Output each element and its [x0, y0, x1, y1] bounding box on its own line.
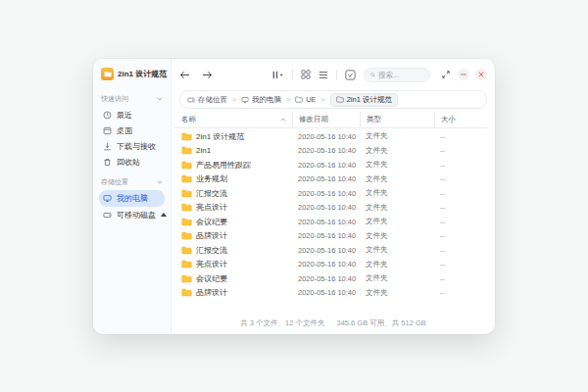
breadcrumb-label: 我的电脑 [252, 95, 281, 105]
table-row[interactable]: 会议纪要 2020-05-16 10:40 文件夹 -- [181, 215, 487, 229]
folder-icon [336, 96, 344, 103]
file-date: 2020-05-16 10:40 [292, 132, 360, 141]
sidebar: 2in1 设计规范 快速访问 最近 桌面 下载与接收 回收站 存储位置 [93, 59, 172, 334]
header-type[interactable]: 类型 [360, 112, 434, 127]
main-panel: 存储位置 > 我的电脑 > UE > 2in1 设计规范 名称 修改 [172, 59, 495, 334]
file-date: 2020-05-16 10:40 [292, 246, 360, 255]
folder-icon [181, 132, 192, 141]
file-name: 产品易用性跟踪 [196, 160, 251, 171]
header-name[interactable]: 名称 [181, 112, 292, 127]
file-size: -- [434, 274, 487, 283]
sort-order-button[interactable] [271, 71, 284, 79]
file-date: 2020-05-16 10:40 [292, 274, 360, 283]
breadcrumb-separator: > [232, 96, 236, 103]
table-row[interactable]: 2in1 设计规范 2020-05-16 10:40 文件夹 -- [181, 129, 487, 144]
forward-button[interactable] [202, 71, 213, 79]
breadcrumb-item-ue[interactable]: UE [295, 95, 316, 104]
file-size: -- [434, 246, 487, 255]
folder-icon [181, 218, 192, 226]
sidebar-item-trash[interactable]: 回收站 [99, 154, 165, 170]
breadcrumb-label: UE [306, 95, 316, 104]
disk-icon [103, 211, 112, 220]
sidebar-section-storage[interactable]: 存储位置 [101, 177, 163, 187]
back-button[interactable] [179, 71, 190, 79]
file-date: 2020-05-16 10:40 [292, 231, 360, 240]
file-name: 2in1 设计规范 [196, 131, 244, 142]
folder-icon [181, 231, 192, 240]
breadcrumb-item-my-computer[interactable]: 我的电脑 [241, 95, 281, 105]
table-row[interactable]: 品牌设计 2020-05-16 10:40 文件夹 -- [181, 229, 487, 244]
expand-button[interactable] [440, 69, 452, 80]
table-row[interactable]: 2in1 2020-05-16 10:40 文件夹 -- [181, 144, 487, 159]
grid-view-icon [301, 70, 311, 79]
list-view-button[interactable] [318, 71, 328, 79]
file-type: 文件夹 [360, 260, 434, 270]
nav-buttons [179, 71, 213, 79]
folder-icon [181, 246, 192, 255]
close-button[interactable] [475, 69, 487, 80]
sidebar-item-label: 最近 [117, 110, 132, 121]
file-type: 文件夹 [360, 160, 434, 170]
header-label: 类型 [367, 115, 381, 124]
folder-icon [181, 161, 192, 170]
header-date[interactable]: 修改日期 [292, 112, 360, 127]
table-row[interactable]: 业务规划 2020-05-16 10:40 文件夹 -- [181, 172, 487, 187]
search-box[interactable] [364, 68, 430, 82]
header-size[interactable]: 大小 [434, 112, 487, 127]
checkbox-icon [345, 70, 356, 80]
select-mode-button[interactable] [345, 70, 356, 80]
breadcrumb-item-current[interactable]: 2in1 设计规范 [330, 93, 398, 107]
eject-icon[interactable] [161, 213, 167, 217]
minimize-button[interactable] [458, 69, 469, 80]
sidebar-item-recent[interactable]: 最近 [99, 107, 165, 122]
sidebar-item-downloads[interactable]: 下载与接收 [99, 138, 165, 154]
folder-icon [181, 146, 192, 155]
desktop-icon [103, 126, 112, 135]
file-name: 汇报交流 [196, 245, 227, 256]
breadcrumb-separator: > [286, 96, 290, 103]
file-date: 2020-05-16 10:40 [292, 260, 360, 269]
sidebar-item-label: 下载与接收 [117, 141, 156, 152]
table-row[interactable]: 亮点设计 2020-05-16 10:40 文件夹 -- [181, 201, 487, 216]
file-name-cell: 业务规划 [181, 173, 292, 184]
sidebar-item-label: 我的电脑 [117, 193, 148, 204]
file-name-cell: 2in1 [181, 146, 292, 155]
file-date: 2020-05-16 10:40 [292, 218, 360, 226]
header-label: 大小 [441, 115, 456, 124]
file-name-cell: 2in1 设计规范 [181, 131, 292, 142]
file-type: 文件夹 [360, 217, 434, 226]
divider [292, 70, 293, 79]
status-items-count: 共 3 个文件、12 个文件夹 [240, 318, 324, 328]
breadcrumb-label: 2in1 设计规范 [347, 95, 392, 105]
status-capacity: 345.6 GB 可用、共 512 GB [336, 318, 425, 328]
sidebar-item-my-computer[interactable]: 我的电脑 [99, 190, 165, 207]
file-name-cell: 会议纪要 [181, 217, 292, 227]
expand-icon [442, 71, 450, 78]
sidebar-item-label: 回收站 [117, 157, 140, 168]
chevron-down-icon [157, 97, 163, 101]
table-row[interactable]: 汇报交流 2020-05-16 10:40 文件夹 -- [181, 186, 487, 201]
file-name-cell: 亮点设计 [181, 259, 292, 270]
file-date: 2020-05-16 10:40 [292, 203, 360, 212]
grid-view-button[interactable] [301, 70, 311, 79]
breadcrumb-item-storage[interactable]: 存储位置 [187, 95, 227, 105]
sidebar-section-quick-access[interactable]: 快速访问 [101, 94, 163, 104]
arrow-right-icon [202, 71, 213, 79]
view-controls [271, 68, 487, 82]
table-row[interactable]: 会议纪要 2020-05-16 10:40 文件夹 -- [181, 271, 487, 286]
file-date: 2020-05-16 10:40 [292, 288, 360, 297]
sidebar-item-removable-disk[interactable]: 可移动磁盘 [99, 207, 165, 222]
window-controls [440, 69, 487, 80]
table-row[interactable]: 汇报交流 2020-05-16 10:40 文件夹 -- [181, 243, 487, 258]
sidebar-item-label: 桌面 [117, 125, 132, 136]
table-row[interactable]: 品牌设计 2020-05-16 10:40 文件夹 -- [181, 286, 487, 301]
table-row[interactable]: 产品易用性跟踪 2020-05-16 10:40 文件夹 -- [181, 158, 487, 172]
search-input[interactable] [378, 71, 423, 79]
table-row[interactable]: 亮点设计 2020-05-16 10:40 文件夹 -- [181, 258, 487, 272]
app-folder-icon [101, 68, 114, 80]
file-name: 品牌设计 [196, 230, 227, 241]
download-icon [103, 142, 112, 151]
file-list: 2in1 设计规范 2020-05-16 10:40 文件夹 -- 2in1 2… [173, 129, 487, 312]
sidebar-item-desktop[interactable]: 桌面 [99, 122, 165, 138]
file-date: 2020-05-16 10:40 [292, 189, 360, 198]
